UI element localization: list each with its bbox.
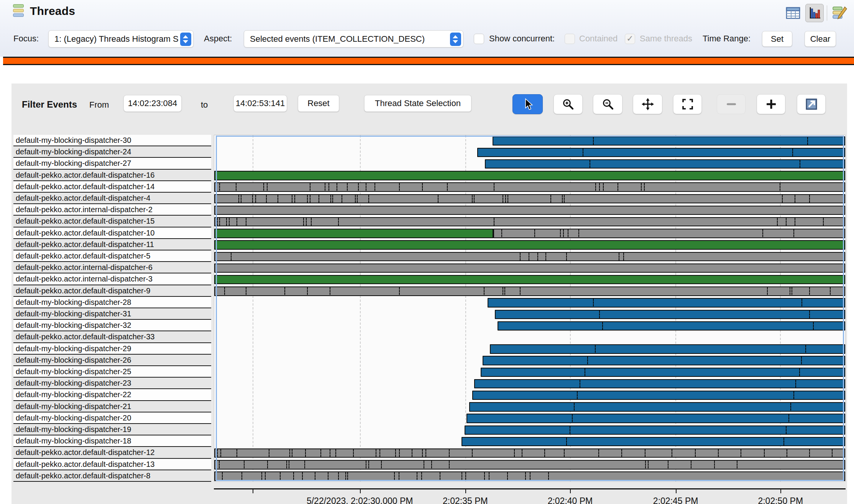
fit-to-view-button[interactable] (673, 94, 702, 114)
state-bar-blue[interactable] (474, 379, 845, 389)
thread-label[interactable]: default-pekko.actor.default-dispatcher-1… (13, 181, 211, 193)
focus-select[interactable]: 1: (Legacy) Threads Histogram S (48, 30, 194, 47)
event-tick (807, 137, 808, 145)
event-tick (619, 253, 619, 260)
thread-label[interactable]: default-pekko.actor.default-dispatcher-1… (13, 239, 211, 250)
histogram-view-button[interactable] (805, 4, 824, 22)
state-bar-gray[interactable] (214, 286, 845, 296)
from-time-input[interactable] (123, 95, 182, 112)
state-bar-blue[interactable] (488, 298, 845, 308)
thread-row-track (214, 309, 845, 320)
state-bar-gray[interactable] (214, 182, 845, 192)
thread-label[interactable]: default-my-blocking-dispatcher-20 (13, 412, 211, 424)
state-bar-green[interactable] (214, 275, 845, 285)
thread-label[interactable]: default-pekko.actor.internal-dispatcher-… (13, 273, 211, 285)
state-bar-gray[interactable] (214, 194, 845, 204)
thread-label[interactable]: default-my-blocking-dispatcher-28 (13, 297, 211, 308)
time-axis: 5/22/2023, 2:02:30.000 PM2:02:35 PM2:02:… (214, 488, 846, 504)
main-panel: Filter Events From to Reset Thread State… (11, 83, 847, 504)
state-bar-green[interactable] (214, 171, 845, 180)
thread-label[interactable]: default-my-blocking-dispatcher-26 (13, 355, 211, 366)
event-tick (644, 183, 645, 191)
state-bar-green[interactable] (214, 229, 493, 238)
event-tick (599, 311, 600, 318)
thread-state-selection-button[interactable]: Thread State Selection (364, 95, 471, 112)
state-bar-blue[interactable] (498, 321, 845, 331)
state-bar-blue[interactable] (469, 402, 845, 412)
zoom-out-button[interactable] (593, 94, 622, 114)
pan-tool-button[interactable] (633, 94, 662, 114)
event-tick (261, 472, 262, 480)
reset-button[interactable]: Reset (298, 95, 339, 112)
event-tick (376, 449, 376, 457)
event-tick (366, 461, 366, 468)
show-concurrent-checkbox[interactable] (474, 34, 484, 44)
thread-label[interactable]: default-pekko.actor.default-dispatcher-1… (13, 216, 211, 227)
state-bar-gray[interactable] (214, 252, 845, 262)
state-bar-blue[interactable] (493, 136, 845, 146)
event-tick (525, 472, 526, 480)
state-bar-green[interactable] (214, 240, 845, 250)
state-bar-gray[interactable] (214, 448, 845, 458)
thread-label[interactable]: default-my-blocking-dispatcher-29 (13, 343, 211, 355)
thread-label[interactable]: default-pekko.actor.default-dispatcher-1… (13, 227, 211, 239)
event-tick (585, 368, 585, 376)
thread-label[interactable]: default-my-blocking-dispatcher-24 (13, 146, 211, 158)
bookmarks-edit-button[interactable] (830, 4, 849, 22)
state-bar-blue[interactable] (483, 356, 845, 365)
thread-label[interactable]: default-pekko.actor.default-dispatcher-3… (13, 331, 211, 343)
event-tick (289, 449, 290, 457)
state-bar-gray[interactable] (493, 229, 845, 238)
zoom-in-button[interactable] (553, 94, 583, 114)
thread-label[interactable]: default-my-blocking-dispatcher-31 (13, 308, 211, 320)
thread-label[interactable]: default-pekko.actor.default-dispatcher-5 (13, 250, 211, 262)
state-bar-gray[interactable] (214, 206, 845, 215)
thread-label[interactable]: default-my-blocking-dispatcher-25 (13, 366, 211, 378)
contained-checkbox[interactable] (565, 34, 575, 44)
thread-label[interactable]: default-pekko.actor.default-dispatcher-1… (13, 459, 211, 470)
state-bar-blue[interactable] (495, 310, 845, 319)
aspect-select[interactable]: Selected events (ITEM_COLLECTION_DESC) (244, 30, 463, 47)
table-view-button[interactable] (784, 4, 802, 22)
thread-label[interactable]: default-pekko.actor.internal-dispatcher-… (13, 262, 211, 273)
state-bar-blue[interactable] (490, 344, 845, 354)
expand-rows-button[interactable] (757, 94, 785, 114)
state-bar-gray[interactable] (214, 217, 845, 227)
thread-timeline[interactable] (214, 135, 846, 482)
thread-row-track (214, 424, 845, 436)
thread-label[interactable]: default-pekko.actor.default-dispatcher-4 (13, 193, 211, 204)
select-tool-button[interactable] (512, 94, 543, 114)
thread-label[interactable]: default-pekko.actor.default-dispatcher-9 (13, 285, 211, 297)
event-tick (572, 414, 573, 422)
collapse-rows-button[interactable] (717, 94, 746, 114)
thread-label[interactable]: default-pekko.actor.internal-dispatcher-… (13, 204, 211, 216)
state-bar-blue[interactable] (461, 437, 845, 447)
state-bar-gray[interactable] (214, 263, 845, 273)
thread-label[interactable]: default-my-blocking-dispatcher-19 (13, 424, 211, 435)
to-time-input[interactable] (233, 95, 287, 112)
thread-label[interactable]: default-my-blocking-dispatcher-22 (13, 389, 211, 401)
time-range-set-button[interactable]: Set (762, 31, 792, 47)
same-threads-checkbox[interactable]: ✓ (625, 34, 635, 44)
time-range-clear-button[interactable]: Clear (805, 31, 836, 47)
state-bar-blue[interactable] (481, 368, 845, 377)
thread-label[interactable]: default-my-blocking-dispatcher-23 (13, 378, 211, 389)
state-bar-blue[interactable] (472, 391, 845, 400)
thread-label[interactable]: default-pekko.actor.default-dispatcher-1… (13, 447, 211, 458)
thread-label[interactable]: default-my-blocking-dispatcher-30 (13, 135, 211, 146)
state-bar-gray[interactable] (214, 460, 845, 470)
table-icon (786, 7, 800, 19)
thread-label[interactable]: default-my-blocking-dispatcher-27 (13, 158, 211, 169)
state-bar-blue[interactable] (485, 159, 845, 169)
state-bar-blue[interactable] (477, 148, 845, 157)
thread-label[interactable]: default-my-blocking-dispatcher-18 (13, 435, 211, 447)
event-tick (424, 461, 424, 468)
state-bar-blue[interactable] (465, 425, 845, 435)
thread-label[interactable]: default-pekko.actor.default-dispatcher-1… (13, 170, 211, 181)
event-tick (347, 183, 348, 191)
export-button[interactable] (797, 94, 826, 114)
thread-label[interactable]: default-my-blocking-dispatcher-32 (13, 320, 211, 331)
event-tick (328, 183, 329, 191)
thread-label[interactable]: default-my-blocking-dispatcher-21 (13, 401, 211, 412)
thread-label[interactable]: default-pekko.actor.default-dispatcher-8 (13, 470, 211, 482)
